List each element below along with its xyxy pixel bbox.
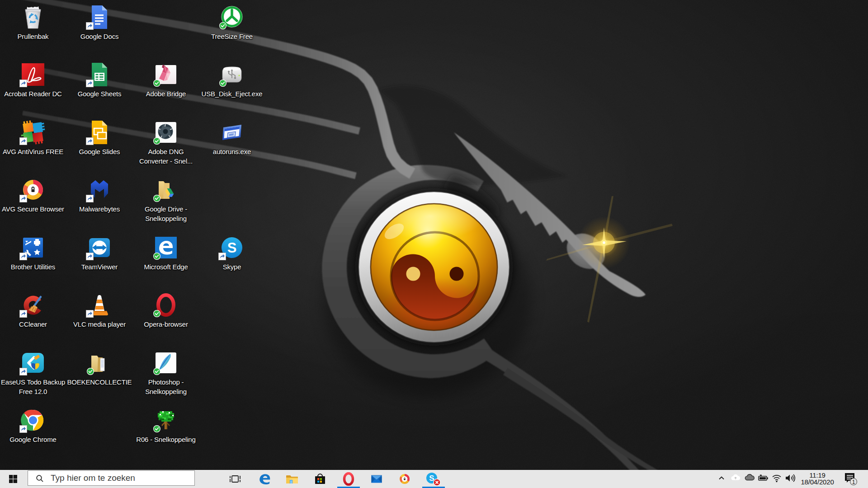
svg-text:1: 1 bbox=[852, 479, 855, 485]
svg-text:S: S bbox=[227, 240, 237, 256]
